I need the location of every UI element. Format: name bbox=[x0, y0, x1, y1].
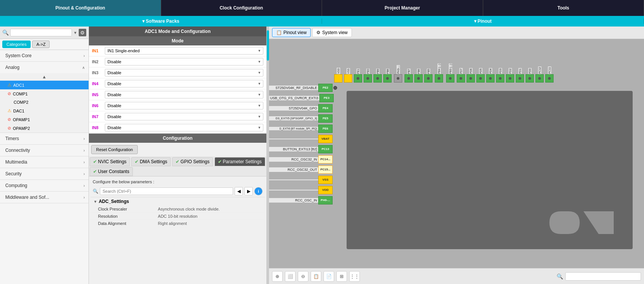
tab-parameter-settings[interactable]: ✔ Parameter Settings bbox=[215, 157, 265, 166]
grid-button[interactable]: ⊞ bbox=[336, 271, 347, 282]
tab-pinout-view[interactable]: 📋 Pinout view bbox=[272, 28, 311, 37]
in2-select[interactable]: Disable bbox=[105, 58, 263, 66]
top-pin-pb3: PB3 (...) bbox=[445, 64, 456, 83]
param-area: Configure the below parameters : 🔍 ◀ ▶ i… bbox=[89, 176, 266, 284]
nav-pinout[interactable]: Pinout & Configuration bbox=[0, 0, 161, 16]
in4-select-wrapper: Disable bbox=[105, 80, 263, 87]
reset-config-button[interactable]: Reset Configuration bbox=[91, 145, 138, 154]
in3-select[interactable]: Disable bbox=[105, 69, 263, 76]
top-pin-pd7: PD7 bbox=[456, 68, 466, 83]
nav-clock[interactable]: Clock Configuration bbox=[161, 0, 322, 16]
top-pin-pb6: PB6 bbox=[414, 69, 423, 83]
copy-button[interactable]: 📋 bbox=[311, 271, 321, 282]
paste-button[interactable]: 📄 bbox=[324, 271, 334, 282]
top-pin-pd6: PD6 bbox=[466, 68, 476, 83]
align-button[interactable]: ⋮⋮ bbox=[349, 271, 360, 282]
config-tabs: ✔ NVIC Settings ✔ DMA Settings ✔ GPIO Se… bbox=[89, 156, 266, 176]
in4-select[interactable]: Disable bbox=[105, 80, 263, 87]
param-prev-btn[interactable]: ◀ bbox=[235, 187, 243, 195]
search-input[interactable] bbox=[10, 29, 72, 36]
tab-bar: Categories A->Z bbox=[0, 39, 89, 50]
chevron-right-icon-comp: › bbox=[84, 184, 85, 188]
scroll-up-arrow[interactable]: ▲ bbox=[0, 73, 89, 81]
bottom-toolbar: ⊕ ⬜ ⊖ 📋 📄 ⊞ ⋮⋮ bbox=[269, 268, 644, 284]
nav-section-header-computing[interactable]: Computing › bbox=[0, 180, 89, 191]
nav-section-header-multimedia[interactable]: Multimedia › bbox=[0, 156, 89, 168]
mode-row-in8: IN8 Disable bbox=[89, 122, 266, 133]
tab-categories[interactable]: Categories bbox=[2, 41, 31, 48]
in1-select[interactable]: IN1 Single-ended bbox=[105, 47, 263, 55]
settings-icon[interactable]: ⚙ bbox=[79, 29, 86, 36]
top-pin-pd3: PD3 bbox=[495, 68, 505, 83]
nav-section-analog: Analog ∧ ▲ ⚠ ADC1 ⊘ COMP1 bbox=[0, 62, 89, 133]
copy-icon: 📋 bbox=[313, 274, 319, 279]
toolbar-search-input[interactable] bbox=[565, 272, 641, 281]
chevron-right-icon-conn: › bbox=[84, 148, 85, 153]
zoom-out-button[interactable]: ⊖ bbox=[298, 271, 308, 282]
nav-section-header-security[interactable]: Security › bbox=[0, 168, 89, 179]
top-pin-pb7: PB7 bbox=[404, 69, 414, 83]
sub-nav-software-packs[interactable]: ▾ Software Packs bbox=[0, 19, 322, 24]
check-icon-user: ✔ bbox=[93, 169, 97, 174]
top-nav: Pinout & Configuration Clock Configurati… bbox=[0, 0, 644, 16]
nav-project[interactable]: Project Manager bbox=[322, 0, 483, 16]
chevron-right-icon: › bbox=[84, 54, 85, 58]
search-icon-toolbar: 🔍 bbox=[557, 273, 563, 279]
block-icon-opamp2: ⊘ bbox=[8, 126, 11, 131]
nav-item-opamp1[interactable]: ⊘ OPAMP1 bbox=[0, 115, 89, 124]
nav-section-header-analog[interactable]: Analog ∧ bbox=[0, 62, 89, 73]
tab-system-view[interactable]: ⚙ System view bbox=[312, 28, 352, 37]
zoom-in-icon: ⊕ bbox=[275, 274, 279, 279]
in5-select[interactable]: Disable bbox=[105, 91, 263, 98]
pin-row-pc13: BUTTON_EXTI13 [B2] PC13 bbox=[269, 144, 347, 154]
adc-settings-header[interactable]: ▼ ADC_Settings bbox=[90, 197, 265, 206]
zoom-fit-icon: ⬜ bbox=[288, 274, 293, 279]
system-view-icon: ⚙ bbox=[316, 30, 320, 35]
param-next-btn[interactable]: ▶ bbox=[244, 187, 253, 195]
sub-nav: ▾ Software Packs ▾ Pinout bbox=[0, 16, 644, 27]
nav-section-header-connectivity[interactable]: Connectivity › bbox=[0, 145, 89, 156]
nav-item-dac1[interactable]: ⚠ DAC1 bbox=[0, 106, 89, 115]
mode-row-in1: IN1 IN1 Single-ended bbox=[89, 45, 266, 56]
check-icon-nvic: ✔ bbox=[93, 159, 97, 164]
nav-section-header-middleware[interactable]: Middleware and Sof... › bbox=[0, 192, 89, 203]
tab-user-constants[interactable]: ✔ User Constants bbox=[90, 167, 133, 176]
nav-section-header-timers[interactable]: Timers › bbox=[0, 133, 89, 144]
nav-tools[interactable]: Tools bbox=[483, 0, 644, 16]
nav-section-timers: Timers › bbox=[0, 133, 89, 145]
zoom-fit-button[interactable]: ⬜ bbox=[285, 271, 296, 282]
nav-section-header-system-core[interactable]: System Core › bbox=[0, 50, 89, 61]
in8-select-wrapper: Disable bbox=[105, 124, 263, 131]
nav-item-comp2[interactable]: COMP2 bbox=[0, 98, 89, 106]
pin-row-ph0: RCC_OSC_IN PH0-... bbox=[269, 195, 347, 205]
left-pins-col: ST25DV04K_RF_DISABLE PE2 USB_OTG_FS_OVRC… bbox=[269, 83, 347, 205]
tab-nvic-settings[interactable]: ✔ NVIC Settings bbox=[90, 157, 130, 166]
mode-row-in5: IN5 Disable bbox=[89, 89, 266, 100]
nav-item-adc1[interactable]: ⚠ ADC1 bbox=[0, 81, 89, 89]
tab-gpio-settings[interactable]: ✔ GPIO Settings bbox=[172, 157, 213, 166]
in8-select[interactable]: Disable bbox=[105, 124, 263, 131]
top-pin-vss: VSS bbox=[343, 68, 353, 83]
left-panel: 🔍 ▼ ⚙ Categories A->Z System Core › bbox=[0, 27, 89, 284]
nav-item-opamp2[interactable]: ⊘ OPAMP2 bbox=[0, 124, 89, 133]
nav-section-security: Security › bbox=[0, 168, 89, 180]
in7-select[interactable]: Disable bbox=[105, 113, 263, 120]
tab-dma-settings[interactable]: ✔ DMA Settings bbox=[131, 157, 171, 166]
board-logo bbox=[546, 204, 629, 245]
param-search-input[interactable] bbox=[100, 187, 233, 195]
nav-section-multimedia: Multimedia › bbox=[0, 156, 89, 168]
chevron-right-icon-mm: › bbox=[84, 160, 85, 164]
top-pin-pe1: PE1 bbox=[353, 69, 363, 83]
param-search-bar: 🔍 ◀ ▶ i bbox=[90, 186, 265, 197]
top-pins-row: VDD VSS PE1 PE0 bbox=[333, 39, 644, 83]
pin-row-pc14: RCC_OSC32_IN PC14... bbox=[269, 154, 347, 164]
in6-select[interactable]: Disable bbox=[105, 102, 263, 109]
top-pin-pb9: PB9 bbox=[373, 69, 383, 83]
sub-nav-pinout[interactable]: ▾ Pinout bbox=[322, 19, 644, 24]
tab-az[interactable]: A->Z bbox=[32, 41, 50, 48]
board-body bbox=[347, 91, 633, 249]
param-info-btn[interactable]: i bbox=[254, 187, 263, 195]
nav-item-comp1[interactable]: ⊘ COMP1 bbox=[0, 89, 89, 98]
main-layout: 🔍 ▼ ⚙ Categories A->Z System Core › bbox=[0, 27, 644, 284]
zoom-in-button[interactable]: ⊕ bbox=[272, 271, 283, 282]
